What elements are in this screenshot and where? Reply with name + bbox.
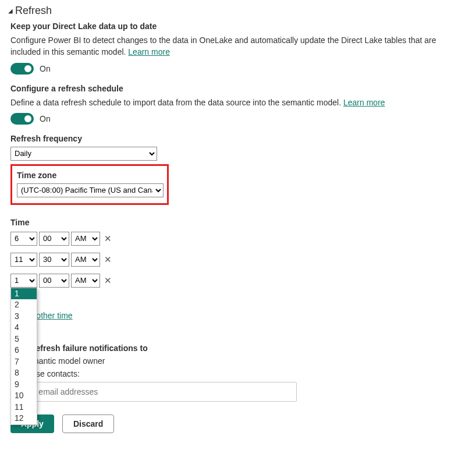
hour-option[interactable]: 2: [11, 299, 37, 311]
hour-option[interactable]: 3: [11, 311, 37, 323]
direct-lake-toggle[interactable]: [10, 63, 34, 75]
frequency-select[interactable]: Daily: [10, 147, 157, 161]
hour-option[interactable]: 8: [11, 367, 37, 379]
schedule-desc-text: Define a data refresh schedule to import…: [10, 98, 343, 107]
direct-lake-desc-text: Configure Power BI to detect changes to …: [10, 36, 436, 56]
schedule-toggle[interactable]: [10, 113, 34, 125]
hour-option[interactable]: 12: [11, 413, 37, 424]
hour-option[interactable]: 5: [11, 334, 37, 345]
timezone-select[interactable]: (UTC-08:00) Pacific Time (US and Canada): [17, 183, 164, 197]
email-input[interactable]: [10, 382, 297, 402]
section-title: Refresh: [15, 5, 52, 17]
direct-lake-toggle-label: On: [40, 64, 51, 73]
schedule-toggle-label: On: [40, 114, 51, 123]
time-label: Time: [10, 218, 468, 227]
remove-time-icon[interactable]: ✕: [102, 233, 112, 244]
timezone-highlight-box: Time zone (UTC-08:00) Pacific Time (US a…: [10, 164, 169, 205]
minute-select[interactable]: 30: [39, 253, 69, 267]
hour-select[interactable]: 6: [10, 232, 37, 246]
minute-select[interactable]: 00: [39, 274, 69, 288]
notifications-heading: Send refresh failure notifications to: [10, 343, 468, 353]
timezone-label: Time zone: [17, 171, 162, 180]
hour-dropdown-open: 1 2 3 4 5 6 7 8 9 10 11 12: [10, 288, 37, 425]
direct-lake-description: Configure Power BI to detect changes to …: [10, 34, 468, 58]
hour-select[interactable]: 11: [10, 253, 37, 267]
hour-option[interactable]: 1: [11, 288, 37, 300]
contacts-checkbox-row: These contacts:: [10, 369, 468, 378]
hour-option[interactable]: 9: [11, 379, 37, 391]
hour-option[interactable]: 11: [11, 402, 37, 413]
frequency-label: Refresh frequency: [10, 134, 468, 143]
hour-option[interactable]: 7: [11, 356, 37, 368]
schedule-heading: Configure a refresh schedule: [10, 84, 468, 93]
time-row-3: 1 1 2 3 4 5 6 7 8 9 10 11 12 00 AM ✕: [10, 274, 468, 288]
ampm-select[interactable]: AM: [71, 274, 100, 288]
hour-option[interactable]: 10: [11, 390, 37, 402]
time-row-2: 11 30 AM ✕: [10, 253, 468, 267]
hour-option[interactable]: 6: [11, 345, 37, 356]
hour-select[interactable]: 1: [10, 274, 37, 288]
direct-lake-learn-more-link[interactable]: Learn more: [128, 47, 170, 56]
schedule-description: Define a data refresh schedule to import…: [10, 97, 468, 108]
direct-lake-heading: Keep your Direct Lake data up to date: [10, 22, 468, 31]
discard-button[interactable]: Discard: [62, 415, 114, 433]
owner-checkbox-row: Semantic model owner: [10, 356, 468, 366]
time-row-1: 6 00 AM ✕: [10, 232, 468, 246]
minute-select[interactable]: 00: [39, 232, 69, 246]
hour-option[interactable]: 4: [11, 322, 37, 334]
schedule-learn-more-link[interactable]: Learn more: [343, 98, 385, 107]
section-header[interactable]: ◢ Refresh: [8, 5, 468, 17]
remove-time-icon[interactable]: ✕: [102, 254, 112, 265]
ampm-select[interactable]: AM: [71, 232, 100, 246]
remove-time-icon[interactable]: ✕: [102, 275, 112, 286]
ampm-select[interactable]: AM: [71, 253, 100, 267]
expand-icon: ◢: [8, 8, 13, 14]
